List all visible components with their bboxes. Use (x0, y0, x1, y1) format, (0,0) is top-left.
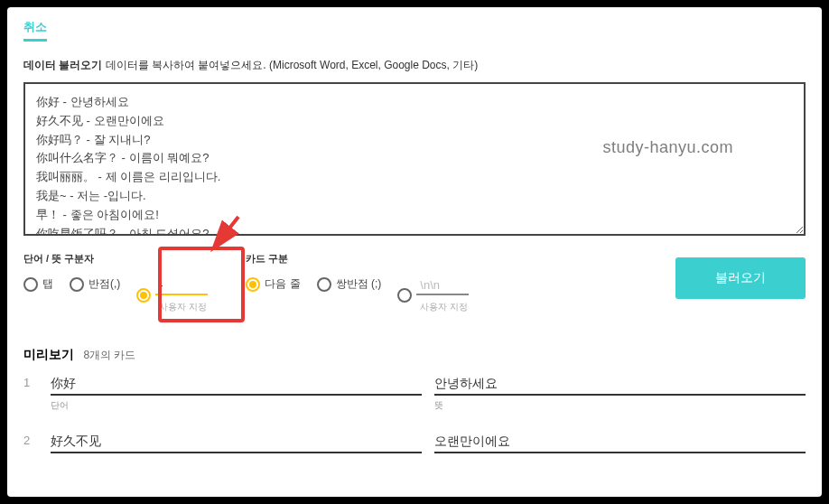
card-number: 2 (23, 432, 38, 447)
preview-card-row: 1 단어 뜻 (23, 374, 806, 412)
radio-icon (246, 277, 260, 292)
word-sep-custom-input[interactable] (155, 276, 208, 295)
card-front-input[interactable] (51, 374, 422, 396)
preview-title: 미리보기 (23, 347, 74, 361)
card-back-sublabel: 뜻 (434, 399, 806, 412)
radio-icon (317, 277, 331, 292)
card-number: 1 (23, 374, 38, 389)
card-sep-label: 카드 구분 (246, 252, 470, 266)
cancel-link[interactable]: 취소 (23, 19, 47, 42)
card-sep-custom-radio[interactable]: 사용자 지정 (397, 276, 470, 313)
radio-icon (23, 277, 38, 292)
radio-label: 쌍반점 (;) (336, 276, 382, 292)
word-sep-comma-radio[interactable]: 반점(,) (70, 276, 120, 292)
custom-sublabel: 사용자 지정 (155, 301, 210, 313)
card-front-input[interactable] (51, 432, 422, 453)
radio-label: 반점(,) (88, 276, 120, 292)
card-sep-newline-radio[interactable]: 다음 줄 (246, 276, 300, 292)
word-sep-label: 단어 / 뜻 구분자 (23, 252, 210, 266)
import-button[interactable]: 불러오기 (675, 257, 806, 299)
radio-label: 탭 (42, 276, 53, 292)
word-sep-tab-radio[interactable]: 탭 (23, 276, 53, 292)
custom-sublabel: 사용자 지정 (416, 301, 470, 313)
card-sep-semicolon-radio[interactable]: 쌍반점 (;) (317, 276, 382, 292)
preview-count: 8개의 카드 (83, 349, 135, 361)
import-data-textarea[interactable] (23, 82, 806, 236)
radio-icon (70, 277, 84, 292)
card-back-input[interactable] (434, 374, 806, 396)
instruction-text: 데이터 불러오기 데이터를 복사하여 붙여넣으세요. (Microsoft Wo… (23, 58, 806, 73)
card-sep-custom-input[interactable] (416, 276, 469, 295)
radio-label: 다음 줄 (265, 276, 300, 292)
preview-card-row: 2 (23, 432, 806, 453)
card-separator-group: 카드 구분 다음 줄 쌍반점 (;) 사용자 지정 (246, 252, 470, 313)
word-separator-group: 단어 / 뜻 구분자 탭 반점(,) 사용자 지정 (23, 252, 210, 313)
card-back-input[interactable] (434, 432, 806, 453)
word-sep-custom-radio[interactable]: 사용자 지정 (136, 276, 210, 313)
radio-icon (397, 288, 412, 303)
card-front-sublabel: 단어 (51, 399, 422, 412)
radio-icon (136, 288, 151, 303)
